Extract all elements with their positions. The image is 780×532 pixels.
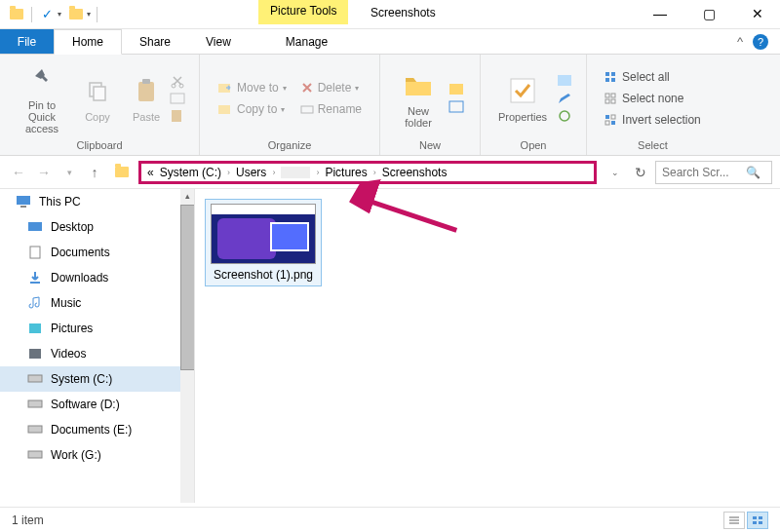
file-item[interactable]: Screenshot (1).png: [205, 199, 322, 286]
svg-rect-13: [511, 79, 534, 102]
svg-rect-30: [28, 222, 42, 231]
crumb-system[interactable]: System (C:)›: [160, 166, 230, 179]
nav-pictures[interactable]: Pictures: [0, 316, 194, 341]
file-list[interactable]: Screenshot (1).png: [195, 189, 780, 503]
nav-downloads[interactable]: Downloads: [0, 265, 194, 290]
contextual-tab-label: Picture Tools: [258, 0, 348, 24]
group-select: Select all Select none Invert selection …: [587, 55, 719, 155]
svg-rect-21: [611, 94, 615, 97]
divider: [31, 7, 32, 22]
chevron-down-icon[interactable]: ▾: [58, 10, 61, 19]
cut-icon[interactable]: [170, 73, 185, 89]
collapse-ribbon-icon[interactable]: ^: [737, 34, 743, 49]
title-bar: ✓ ▾ ▾ Picture Tools Screenshots — ▢ ✕: [0, 0, 780, 29]
new-folder-button[interactable]: New folder: [394, 68, 443, 129]
svg-rect-11: [449, 84, 463, 95]
thumbnails-view-button[interactable]: [747, 512, 768, 529]
delete-button[interactable]: Delete▾: [296, 79, 366, 96]
tab-share[interactable]: Share: [122, 29, 188, 54]
scroll-thumb[interactable]: [180, 205, 195, 370]
pin-to-quick-access-button[interactable]: Pin to Quick access: [14, 62, 70, 134]
crumb-user[interactable]: ›: [281, 167, 319, 178]
nav-desktop[interactable]: Desktop: [0, 214, 194, 240]
qat-customize-icon[interactable]: ▾: [87, 10, 91, 19]
select-all-button[interactable]: Select all: [601, 68, 705, 86]
nav-documents[interactable]: Documents: [0, 240, 194, 265]
maximize-button[interactable]: ▢: [694, 4, 723, 23]
search-box[interactable]: 🔍: [655, 161, 772, 184]
svg-rect-32: [29, 323, 41, 333]
svg-rect-12: [449, 101, 463, 112]
new-folder-icon: [404, 72, 433, 97]
copy-to-button[interactable]: Copy to▾: [214, 100, 291, 118]
details-view-button[interactable]: [723, 512, 745, 529]
back-button[interactable]: ←: [8, 162, 29, 183]
rename-icon: [300, 102, 314, 116]
nav-software-d[interactable]: Software (D:): [0, 392, 194, 417]
pin-icon: [30, 67, 54, 91]
help-icon[interactable]: ?: [753, 34, 768, 50]
svg-rect-35: [28, 400, 42, 407]
desktop-icon: [27, 220, 43, 234]
paste-button[interactable]: Paste: [125, 74, 168, 123]
crumb-users[interactable]: Users›: [236, 166, 275, 179]
nav-music[interactable]: Music: [0, 290, 194, 316]
window-controls: — ▢ ✕: [645, 4, 772, 23]
folder-icon[interactable]: [8, 6, 25, 23]
address-dropdown-icon[interactable]: ⌄: [604, 162, 626, 183]
up-button[interactable]: ↑: [84, 162, 105, 183]
rename-button[interactable]: Rename: [296, 100, 366, 118]
quick-access-toolbar: ✓ ▾ ▾: [0, 6, 101, 23]
close-button[interactable]: ✕: [743, 4, 772, 23]
ribbon-tabs: File Home Share View Manage ^ ?: [0, 29, 780, 55]
status-bar: 1 item: [0, 507, 780, 532]
svg-rect-19: [611, 78, 615, 82]
scroll-up-icon[interactable]: ▴: [180, 189, 194, 203]
minimize-button[interactable]: —: [645, 4, 675, 23]
drive-icon: [27, 448, 43, 462]
breadcrumb-overflow[interactable]: «: [147, 166, 154, 179]
nav-videos[interactable]: Videos: [0, 341, 194, 366]
easy-access-icon[interactable]: [448, 100, 466, 114]
navigation-pane[interactable]: This PC Desktop Documents Downloads Musi…: [0, 189, 195, 503]
history-icon[interactable]: [557, 109, 572, 123]
copy-button[interactable]: Copy: [76, 74, 119, 123]
new-folder-icon[interactable]: [67, 6, 85, 23]
downloads-icon: [27, 271, 43, 285]
tab-view[interactable]: View: [188, 29, 249, 54]
search-input[interactable]: [662, 166, 740, 179]
edit-icon[interactable]: [557, 92, 572, 105]
properties-check-icon[interactable]: ✓: [38, 6, 56, 23]
copy-to-icon: [217, 102, 233, 116]
forward-button[interactable]: →: [33, 162, 55, 183]
select-none-button[interactable]: Select none: [601, 90, 705, 107]
nav-work-g[interactable]: Work (G:): [0, 442, 194, 468]
invert-selection-button[interactable]: Invert selection: [601, 111, 705, 129]
pc-icon: [16, 195, 31, 209]
history-dropdown[interactable]: ▾: [58, 162, 80, 183]
svg-rect-6: [171, 94, 184, 103]
svg-rect-3: [142, 79, 150, 84]
paste-shortcut-icon[interactable]: [170, 108, 185, 124]
new-item-icon[interactable]: [448, 83, 466, 96]
svg-rect-22: [605, 99, 609, 103]
properties-check-icon: [509, 77, 536, 104]
open-icon[interactable]: [557, 74, 572, 88]
delete-icon: [300, 81, 314, 95]
nav-system-c[interactable]: System (C:): [0, 366, 194, 392]
tab-home[interactable]: Home: [54, 29, 122, 55]
svg-rect-20: [605, 94, 609, 97]
tab-manage[interactable]: Manage: [268, 29, 345, 54]
crumb-screenshots[interactable]: Screenshots: [382, 166, 448, 179]
refresh-button[interactable]: ↻: [630, 162, 651, 183]
copy-path-icon[interactable]: [170, 93, 185, 104]
ribbon: Pin to Quick access Copy Paste Clipboard: [0, 55, 780, 156]
search-icon: 🔍: [746, 166, 760, 179]
pictures-icon: [27, 322, 43, 335]
tab-file[interactable]: File: [0, 29, 54, 54]
nav-documents-e[interactable]: Documents (E:): [0, 417, 194, 442]
properties-button[interactable]: Properties: [494, 74, 551, 123]
move-to-button[interactable]: Move to▾: [214, 79, 291, 96]
nav-scrollbar[interactable]: ▴: [180, 189, 194, 503]
nav-this-pc[interactable]: This PC: [0, 189, 194, 214]
